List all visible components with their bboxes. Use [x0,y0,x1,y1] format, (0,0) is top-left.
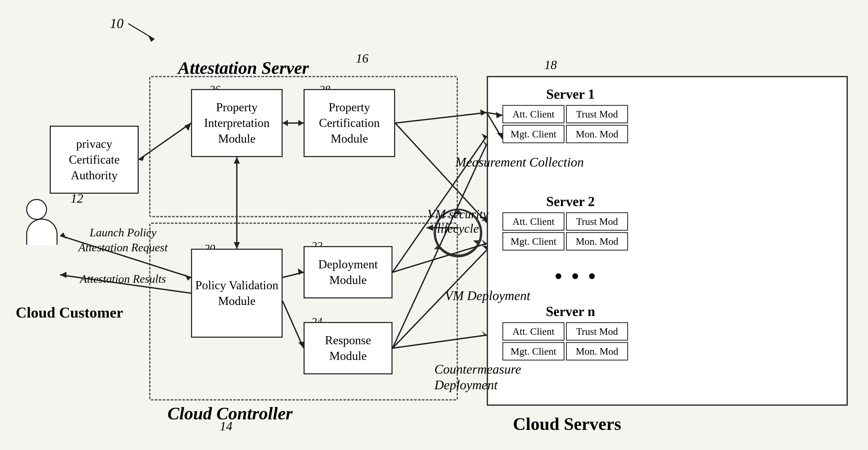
svg-marker-41 [482,331,487,336]
server1-att-client: Att. Client [502,105,564,123]
attestation-results-label: Attestation Results [76,272,170,286]
svg-marker-21 [60,233,66,239]
servern-mon-mod: Mon. Mod [566,342,628,360]
server1-section: Server 1 Att. Client Trust Mod Mgt. Clie… [502,86,639,143]
server1-label: Server 1 [502,86,639,102]
countermeasure-label: Countermeasure Deployment [434,361,529,393]
server2-trust-mod: Trust Mod [566,212,628,231]
deploy-mod-box: Deployment Module [304,246,393,298]
servern-att-client: Att. Client [502,322,564,340]
prop-cert-box: Property Certification Module [304,89,395,157]
policy-val-box: Policy Validation Module [191,249,283,338]
person-body [26,218,58,245]
server1-mgt-client: Mgt. Client [502,125,564,143]
server1-mon-mod: Mon. Mod [566,125,628,143]
servern-label: Server n [502,304,639,319]
servern-trust-mod: Trust Mod [566,322,628,340]
svg-marker-23 [60,272,66,278]
server2-att-client: Att. Client [502,212,564,231]
arrow-10 [118,16,170,47]
measurement-collection-label: Measurement Collection [455,154,584,170]
response-mod-box: Response Module [304,322,393,374]
server2-label: Server 2 [502,194,639,209]
ellipsis-dots: • • • [555,264,598,288]
ref-16: 16 [356,51,368,65]
cloud-servers-label: Cloud Servers [513,414,621,434]
ref-14: 14 [220,419,232,433]
cloud-customer-label: Cloud Customer [16,304,123,321]
servern-grid: Att. Client Trust Mod Mgt. Client Mon. M… [502,322,628,360]
vm-deployment-label: VM Deployment [445,288,530,303]
person-head [26,199,47,220]
prop-interp-box: Property Interpretation Module [191,89,283,157]
vm-lifecycle-label: VM security lifecycle [416,207,500,236]
server1-trust-mod: Trust Mod [566,105,628,123]
server1-grid: Att. Client Trust Mod Mgt. Client Mon. M… [502,105,628,143]
customer-person-icon [26,199,58,245]
server2-mon-mod: Mon. Mod [566,232,628,250]
svg-marker-8 [139,154,145,161]
svg-marker-37 [482,140,487,146]
server2-grid: Att. Client Trust Mod Mgt. Client Mon. M… [502,212,628,250]
launch-policy-label: Launch Policy Attestation Request [76,225,170,255]
server2-section: Server 2 Att. Client Trust Mod Mgt. Clie… [502,194,639,250]
servern-section: Server n Att. Client Trust Mod Mgt. Clie… [502,304,639,360]
svg-marker-33 [482,133,487,139]
attestation-server-label: Attestation Server [178,58,309,78]
servern-mgt-client: Mgt. Client [502,342,564,360]
privacy-ca-box: privacy Certificate Authority [50,126,139,194]
server2-mgt-client: Mgt. Client [502,232,564,250]
ref-18: 18 [544,58,557,72]
diagram-container: 10 12 Cloud Customer Attestation Server … [0,0,868,450]
svg-marker-25 [480,110,487,116]
